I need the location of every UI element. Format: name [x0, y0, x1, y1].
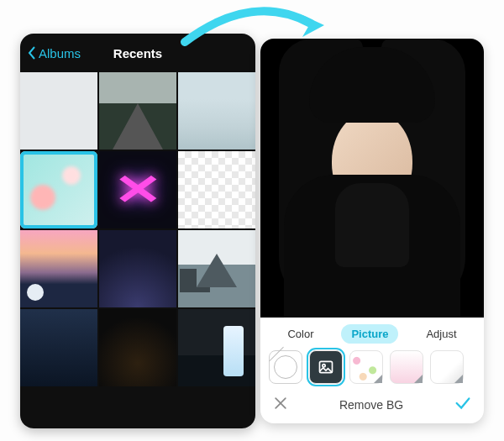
back-to-albums-button[interactable]: Albums — [27, 45, 81, 60]
cancel-button[interactable] — [272, 395, 289, 414]
photo-thumb[interactable] — [99, 230, 176, 307]
svg-marker-0 — [302, 15, 324, 37]
photo-thumb[interactable] — [178, 230, 255, 307]
background-swatches — [260, 347, 484, 389]
confirm-button[interactable] — [454, 394, 472, 415]
swatch-none[interactable] — [269, 350, 302, 384]
tab-adjust[interactable]: Adjust — [416, 324, 466, 344]
editor-bottom-bar: Remove BG — [260, 389, 484, 423]
photo-thumb[interactable] — [99, 151, 176, 228]
swatch-marble[interactable] — [430, 350, 464, 384]
photo-thumb[interactable] — [99, 309, 176, 386]
svg-point-2 — [323, 365, 325, 367]
photo-picker-panel: Albums Recents — [20, 34, 255, 428]
transition-arrow — [176, 0, 328, 50]
picker-title: Recents — [113, 46, 162, 60]
photo-thumb[interactable] — [178, 72, 255, 150]
background-tabs: Color Picture Adjust — [260, 318, 484, 347]
photo-thumb-selected[interactable] — [20, 151, 97, 228]
photo-thumb[interactable] — [178, 309, 255, 386]
photo-grid — [20, 72, 255, 386]
photo-thumb[interactable] — [20, 230, 97, 307]
editor-canvas[interactable] — [260, 39, 484, 318]
back-label: Albums — [39, 46, 81, 60]
photo-thumb[interactable] — [178, 151, 255, 228]
photo-thumb[interactable] — [20, 309, 97, 386]
tab-picture[interactable]: Picture — [341, 324, 398, 344]
tab-color[interactable]: Color — [277, 324, 323, 344]
swatch-image-picker[interactable] — [309, 350, 343, 384]
editor-panel: Color Picture Adjust Remove BG — [260, 39, 484, 423]
swatch-pattern[interactable] — [349, 350, 383, 384]
action-title: Remove BG — [339, 398, 403, 412]
swatch-pink[interactable] — [390, 350, 423, 384]
photo-thumb[interactable] — [99, 72, 176, 150]
subject-photo — [260, 39, 484, 318]
photo-thumb[interactable] — [20, 72, 97, 150]
